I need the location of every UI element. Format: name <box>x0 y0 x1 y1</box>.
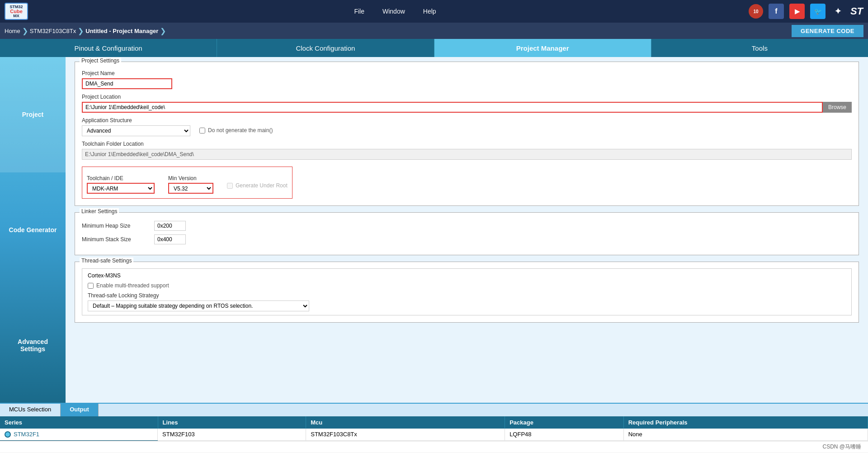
generate-under-root-checkbox[interactable] <box>227 183 233 189</box>
table-cell-peripherals: None <box>623 429 868 440</box>
menu-file[interactable]: File <box>354 8 364 15</box>
table-header-peripherals: Required Peripherals <box>623 416 868 429</box>
processor-label: Cortex-M3NS <box>88 272 846 279</box>
breadcrumb-mcu[interactable]: STM32F103C8Tx <box>30 28 76 34</box>
table-header-lines: Lines <box>158 416 306 429</box>
top-navigation-bar: STM32 Cube MX File Window Help 10 f ▶ 🐦 … <box>0 0 868 23</box>
project-location-row: Browse <box>82 102 852 113</box>
do-not-generate-col: Do not generate the main() <box>199 127 273 134</box>
table-cell-lines: STM32F103 <box>158 429 306 440</box>
footer-bar: CSDN @马嗜睡 <box>0 441 868 453</box>
table-cell-package: LQFP48 <box>505 429 624 440</box>
main-tab-bar: Pinout & Configuration Clock Configurati… <box>0 39 868 57</box>
sidebar: Project Code Generator Advanced Settings <box>0 57 66 403</box>
min-version-label: Min Version <box>168 175 213 181</box>
breadcrumb-project[interactable]: Untitled - Project Manager <box>85 28 158 34</box>
locking-strategy-select[interactable]: Default – Mapping suitable strategy depe… <box>88 300 309 311</box>
table-header-package: Package <box>505 416 624 429</box>
breadcrumb-home[interactable]: Home <box>5 28 20 34</box>
generate-under-root-text: Generate Under Root <box>236 182 288 189</box>
thread-safe-settings-group: Thread-safe Settings Cortex-M3NS Enable … <box>75 262 859 323</box>
twitter-icon[interactable]: 🐦 <box>810 4 826 19</box>
min-stack-row: Minimum Stack Size <box>82 234 852 244</box>
content-area: Project Settings Project Name Project Lo… <box>66 57 868 403</box>
generate-under-root-col: Generate Under Root <box>227 182 288 189</box>
project-location-input[interactable] <box>82 102 823 113</box>
linker-settings-title: Linker Settings <box>80 208 119 215</box>
min-version-col: Min Version V5.32 <box>168 175 213 194</box>
anniversary-icon[interactable]: 10 <box>749 4 763 19</box>
thread-safe-inner: Cortex-M3NS Enable multi-threaded suppor… <box>82 268 852 315</box>
table-cell-mcu: STM32F103C8Tx <box>306 429 505 440</box>
breadcrumb-arrow-2: ❯ <box>78 27 84 35</box>
locking-strategy-label: Thread-safe Locking Strategy <box>88 292 846 299</box>
enable-multithread-checkbox[interactable] <box>88 283 94 289</box>
logo-mx-text: MX <box>13 14 19 18</box>
tab-project-manager[interactable]: Project Manager <box>434 39 651 57</box>
tab-tools[interactable]: Tools <box>651 39 868 57</box>
breadcrumb-arrow-3: ❯ <box>160 27 166 35</box>
project-location-label: Project Location <box>82 94 852 100</box>
bottom-tab-mcus-label: MCUs Selection <box>9 406 51 413</box>
bottom-tab-output-label: Output <box>70 406 89 413</box>
do-not-generate-checkbox[interactable] <box>199 128 205 134</box>
table-header-mcu: Mcu <box>306 416 505 429</box>
logo-area: STM32 Cube MX <box>5 3 28 20</box>
bottom-tab-output[interactable]: Output <box>61 404 99 416</box>
toolchain-folder-label: Toolchain Folder Location <box>82 141 852 147</box>
youtube-icon[interactable]: ▶ <box>789 4 805 19</box>
toolchain-row: Toolchain / IDE MDK-ARM Min Version V5.3… <box>87 175 288 194</box>
app-structure-select[interactable]: Advanced <box>82 125 190 136</box>
network-icon[interactable]: ✦ <box>831 5 844 18</box>
do-not-generate-text: Do not generate the main() <box>208 127 273 134</box>
sidebar-item-advanced-settings-label: Advanced Settings <box>5 338 61 353</box>
toolchain-folder-input[interactable] <box>82 149 852 160</box>
min-heap-input[interactable] <box>154 221 186 231</box>
menu-window[interactable]: Window <box>382 8 405 15</box>
thread-safe-settings-title: Thread-safe Settings <box>80 257 133 264</box>
menu-help[interactable]: Help <box>423 8 436 15</box>
tab-clock-configuration[interactable]: Clock Configuration <box>217 39 434 57</box>
mcu-table: Series Lines Mcu Package Required Periph… <box>0 416 868 441</box>
app-structure-row: Application Structure Advanced Do not ge… <box>82 117 852 136</box>
enable-multithread-text: Enable multi-threaded support <box>96 282 169 289</box>
sidebar-item-code-generator-label: Code Generator <box>9 226 57 234</box>
app-structure-label: Application Structure <box>82 117 190 124</box>
stm32-logo[interactable]: STM32 Cube MX <box>5 3 28 20</box>
main-content-area: Project Code Generator Advanced Settings… <box>0 57 868 403</box>
check-circle-icon <box>5 431 11 438</box>
bottom-tab-mcus-selection[interactable]: MCUs Selection <box>0 404 61 416</box>
sidebar-item-project[interactable]: Project <box>0 57 66 172</box>
min-heap-row: Minimum Heap Size <box>82 221 852 231</box>
browse-button[interactable]: Browse <box>823 102 852 113</box>
locking-strategy-row: Thread-safe Locking Strategy Default – M… <box>88 292 846 311</box>
do-not-generate-checkbox-label[interactable]: Do not generate the main() <box>199 127 273 134</box>
linker-settings-group: Linker Settings Minimum Heap Size Minimu… <box>75 212 859 255</box>
tab-pinout-configuration[interactable]: Pinout & Configuration <box>0 39 217 57</box>
toolchain-ide-col: Toolchain / IDE MDK-ARM <box>87 175 155 194</box>
min-version-select[interactable]: V5.32 <box>168 183 213 194</box>
sidebar-item-code-generator[interactable]: Code Generator <box>0 172 66 288</box>
min-heap-label: Minimum Heap Size <box>82 223 141 229</box>
generate-under-root-label[interactable]: Generate Under Root <box>227 182 288 189</box>
menu-bar: File Window Help <box>42 8 749 15</box>
min-stack-input[interactable] <box>154 234 186 244</box>
project-name-input[interactable] <box>82 78 172 89</box>
table-row[interactable]: STM32F1 STM32F103 STM32F103C8Tx LQFP48 N… <box>0 429 868 440</box>
enable-multithread-label[interactable]: Enable multi-threaded support <box>88 282 846 289</box>
st-brand-icon[interactable]: ST <box>850 5 863 18</box>
project-settings-title: Project Settings <box>80 57 121 64</box>
generate-code-button[interactable]: GENERATE CODE <box>792 25 863 37</box>
facebook-icon[interactable]: f <box>769 4 784 19</box>
table-header-series: Series <box>0 416 158 429</box>
toolchain-ide-select[interactable]: MDK-ARM <box>87 183 155 194</box>
app-structure-col: Application Structure Advanced <box>82 117 190 136</box>
project-settings-group: Project Settings Project Name Project Lo… <box>75 62 859 206</box>
sidebar-item-project-label: Project <box>22 111 43 118</box>
toolchain-ide-section: Toolchain / IDE MDK-ARM Min Version V5.3… <box>82 167 292 199</box>
breadcrumb-mcu-label: STM32F103C8Tx <box>30 28 76 34</box>
sidebar-item-advanced-settings[interactable]: Advanced Settings <box>0 287 66 403</box>
social-icons-bar: 10 f ▶ 🐦 ✦ ST <box>749 4 863 19</box>
toolchain-ide-label: Toolchain / IDE <box>87 175 155 181</box>
watermark-text: CSDN @马嗜睡 <box>822 443 861 451</box>
